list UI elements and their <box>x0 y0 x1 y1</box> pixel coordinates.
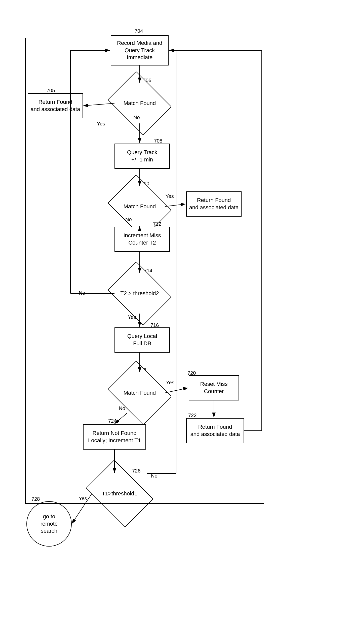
yes-label-5: Yes <box>79 496 87 501</box>
label-724: 724 <box>108 418 116 424</box>
return-found-1-box: Return Found and associated data <box>28 93 83 118</box>
label-705: 705 <box>47 88 55 93</box>
yes-label-1: Yes <box>97 121 105 127</box>
t2-threshold-text: T2 > threshold2 <box>120 290 159 297</box>
return-found-2-text: Return Found and associated data <box>189 197 239 211</box>
label-726: 726 <box>132 468 140 474</box>
query-track-text: Query Track +/- 1 min <box>127 149 157 163</box>
return-found-2-box: Return Found and associated data <box>186 191 242 217</box>
label-728: 728 <box>31 496 40 502</box>
return-not-found-text: Return Not Found Locally; Increment T1 <box>88 430 141 444</box>
label-708: 708 <box>154 138 162 144</box>
no-label-4: No <box>119 405 125 411</box>
reset-miss-text: Reset Miss Counter <box>200 381 228 395</box>
increment-miss-text: Increment Miss Counter T2 <box>123 232 161 246</box>
query-local-box: Query Local Full DB <box>114 327 170 353</box>
label-722: 722 <box>188 413 197 418</box>
query-local-text: Query Local Full DB <box>127 333 157 347</box>
return-not-found-box: Return Not Found Locally; Increment T1 <box>83 424 146 450</box>
increment-miss-box: Increment Miss Counter T2 <box>114 227 170 252</box>
t1-threshold-text: T1>threshold1 <box>102 490 137 497</box>
no-label-3: No <box>79 290 85 296</box>
match-found-2-diamond: Match Found <box>114 186 165 227</box>
query-track-box: Query Track +/- 1 min <box>114 144 170 169</box>
yes-label-4: Yes <box>166 380 174 386</box>
yes-label-3: Yes <box>128 314 136 320</box>
return-found-1-text: Return Found and associated data <box>31 98 80 113</box>
record-media-text: Record Media and Query Track Immediate <box>117 40 162 61</box>
flowchart-diagram: 704 Record Media and Query Track Immedia… <box>0 0 350 644</box>
return-found-3-text: Return Found and associated data <box>190 423 240 438</box>
label-712: 712 <box>153 221 161 227</box>
t2-threshold-diamond: T2 > threshold2 <box>114 273 165 314</box>
go-remote-text: go to remote search <box>41 513 58 535</box>
return-found-3-box: Return Found and associated data <box>186 418 244 443</box>
label-704: 704 <box>135 28 143 34</box>
match-found-3-text: Match Found <box>124 389 156 397</box>
match-found-2-text: Match Found <box>124 203 156 210</box>
yes-label-2: Yes <box>166 193 174 199</box>
no-label-5: No <box>151 473 158 479</box>
svg-line-2 <box>83 103 114 106</box>
no-label-1: No <box>133 115 140 120</box>
no-label-2: No <box>125 217 132 222</box>
svg-line-16 <box>165 388 188 393</box>
t1-threshold-diamond: T1>threshold1 <box>92 473 147 514</box>
record-media-box: Record Media and Query Track Immediate <box>111 35 169 65</box>
go-remote-circle: go to remote search <box>26 501 72 547</box>
match-found-1-text: Match Found <box>124 100 156 107</box>
reset-miss-box: Reset Miss Counter <box>189 375 239 400</box>
